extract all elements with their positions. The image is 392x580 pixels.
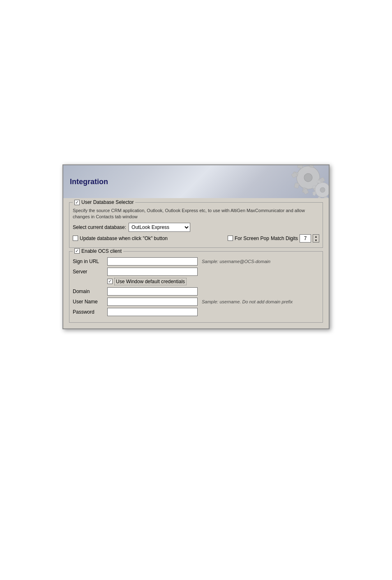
username-label: User Name [73, 299, 106, 305]
domain-input[interactable] [107, 287, 198, 296]
svg-rect-11 [297, 165, 303, 169]
update-db-checkbox[interactable] [73, 236, 78, 241]
integration-dialog: Integration [62, 164, 330, 329]
dialog-title: Integration [70, 178, 108, 186]
password-input[interactable] [107, 308, 198, 316]
use-window-creds-row: Use Window default credentials [107, 278, 319, 285]
ocs-legend-label: Enable OCS client [81, 248, 122, 254]
match-digits-input[interactable] [300, 234, 311, 243]
options-row: Update database when click "Ok" button F… [73, 234, 319, 243]
dialog-content: User Database Selector Specify the sourc… [63, 198, 329, 328]
ocs-enable-checkbox[interactable] [74, 248, 80, 254]
ocs-legend: Enable OCS client [73, 248, 123, 254]
domain-row: Domain [73, 287, 319, 296]
user-database-legend-label: User Database Selector [81, 199, 134, 205]
use-window-creds-checkbox[interactable] [107, 279, 113, 284]
select-database-row: Select current database: OutLook Express… [73, 223, 319, 232]
screen-pop-checkbox[interactable] [228, 236, 233, 241]
server-row: Server [73, 268, 319, 276]
sign-in-url-row: Sign in URL Sample: username@OCS-domain [73, 257, 319, 266]
server-input[interactable] [107, 268, 198, 276]
password-label: Password [73, 309, 106, 315]
sign-in-url-hint: Sample: username@OCS-domain [202, 259, 270, 264]
sign-in-url-input[interactable] [107, 257, 198, 266]
screen-pop-label: For Screen Pop [235, 236, 269, 241]
user-database-checkbox[interactable] [74, 200, 80, 205]
username-row: User Name Sample: username. Do not add d… [73, 298, 319, 306]
user-database-description: Specify the source CRM application, Outl… [73, 208, 319, 220]
ocs-group: Enable OCS client Sign in URL Sample: us… [69, 251, 323, 323]
dialog-header: Integration [63, 165, 329, 198]
update-db-wrapper: Update database when click "Ok" button [73, 236, 168, 241]
username-input[interactable] [107, 298, 198, 306]
database-select[interactable]: OutLook Express Outlook None [129, 223, 190, 232]
user-database-legend: User Database Selector [73, 199, 135, 205]
select-database-label: Select current database: [73, 224, 126, 230]
match-digits-spinner[interactable]: ▲ ▼ [313, 234, 319, 243]
ocs-content: Sign in URL Sample: username@OCS-domain … [73, 257, 319, 316]
update-db-label: Update database when click "Ok" button [80, 236, 168, 241]
use-window-creds-label: Use Window default credentials [114, 278, 187, 285]
password-row: Password [73, 308, 319, 316]
user-database-content: Specify the source CRM application, Outl… [73, 208, 319, 243]
sign-in-url-label: Sign in URL [73, 259, 106, 264]
svg-rect-9 [294, 183, 300, 188]
username-hint: Sample: username. Do not add domain pref… [202, 299, 293, 304]
spin-down-button[interactable]: ▼ [313, 238, 319, 242]
domain-label: Domain [73, 289, 106, 294]
match-digits-label: Match Digits [271, 236, 298, 241]
server-label: Server [73, 269, 106, 275]
gear-decoration-icon [251, 165, 329, 198]
screen-pop-wrapper: For Screen Pop Match Digits ▲ ▼ [228, 234, 319, 243]
spin-up-button[interactable]: ▲ [313, 235, 319, 238]
user-database-group: User Database Selector Specify the sourc… [69, 202, 323, 248]
